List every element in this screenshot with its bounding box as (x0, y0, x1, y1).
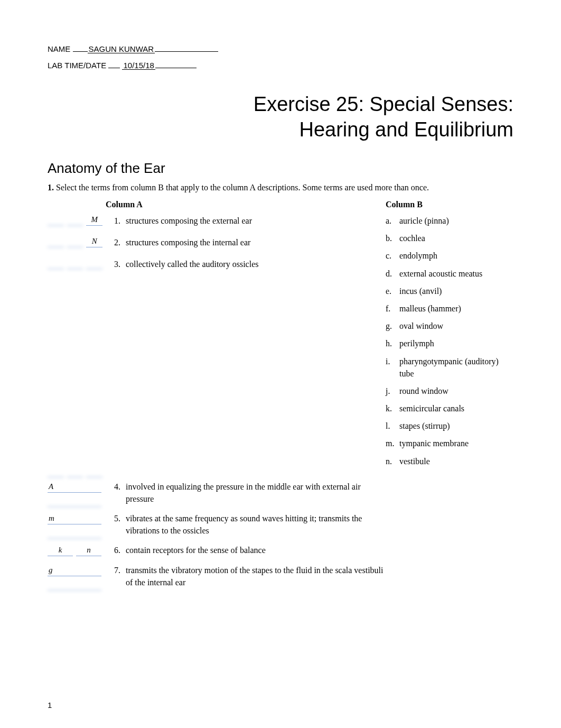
date-underline-post (155, 59, 197, 68)
list-item: g.oval window (386, 320, 513, 332)
answer-slots (48, 466, 106, 477)
list-item: h.perilymph (386, 337, 513, 349)
list-item: l.stapes (stirrup) (386, 420, 513, 432)
column-b-list: a.auricle (pinna) b.cochlea c.endolymph … (386, 215, 513, 477)
question-row: A 4. involved in equalizing the pressure… (48, 481, 513, 512)
list-item: j.round window (386, 385, 513, 397)
question-text: transmits the vibratory motion of the st… (126, 564, 386, 588)
list-item: b.cochlea (386, 232, 513, 244)
question-number: 3. (106, 258, 126, 270)
question-number: 2. (106, 236, 126, 248)
date-underline-pre (108, 59, 120, 68)
answer-slot[interactable] (67, 258, 83, 269)
list-item: k.semicircular canals (386, 402, 513, 414)
date-label: LAB TIME/DATE (48, 61, 106, 70)
answer-slot[interactable] (48, 579, 101, 591)
answer-slot[interactable]: n (76, 545, 101, 556)
answer-slot[interactable]: M (86, 215, 102, 226)
question-row: m 5. vibrates at the same frequency as s… (48, 512, 513, 544)
question-text: vibrates at the same frequency as sound … (126, 512, 386, 537)
list-item: d.external acoustic meatus (386, 268, 513, 280)
question-text: involved in equalizing the pressure in t… (126, 481, 386, 505)
question-row: g 7. transmits the vibratory motion of t… (48, 564, 513, 596)
answer-slots: M (48, 215, 106, 226)
date-line: LAB TIME/DATE 10/15/18 (48, 59, 513, 70)
answer-slot[interactable]: m (48, 513, 101, 524)
answer-slot[interactable] (48, 528, 101, 539)
question-text: collectively called the auditory ossicle… (126, 258, 386, 270)
column-a-header: Column A (106, 200, 386, 209)
question-row: M 1. structures composing the external e… (48, 215, 386, 232)
question-number: 7. (106, 564, 126, 588)
answer-slots (48, 258, 106, 269)
title-line-1: Exercise 25: Special Senses: (254, 93, 513, 115)
list-item: c.endolymph (386, 250, 513, 262)
question-row: N 2. structures composing the internal e… (48, 236, 386, 254)
answer-slot[interactable] (48, 236, 64, 247)
name-underline-pre (73, 42, 88, 52)
answer-slot[interactable] (67, 236, 83, 247)
answer-slot[interactable] (48, 496, 101, 507)
answer-slot[interactable] (48, 466, 64, 477)
column-b-header: Column B (386, 200, 512, 209)
list-item: a.auricle (pinna) (386, 215, 513, 227)
question-row: k n 6. contain receptors for the sense o… (48, 544, 513, 564)
question-row: 3. collectively called the auditory ossi… (48, 258, 386, 275)
date-value: 10/15/18 (122, 61, 155, 70)
answer-slots: N (48, 236, 106, 247)
instruction-text: Select the terms from column B that appl… (56, 183, 429, 192)
question-number: 1. (106, 215, 126, 227)
question-text: contain receptors for the sense of balan… (126, 544, 386, 556)
list-item: i.pharyngotympanic (auditory) tube (386, 355, 513, 380)
answer-slot[interactable] (48, 258, 64, 269)
question-row (48, 466, 386, 477)
answer-slot[interactable]: N (86, 236, 102, 247)
answer-slot[interactable] (67, 215, 83, 226)
answer-slot[interactable] (86, 258, 102, 269)
page-number: 1 (48, 701, 52, 709)
answer-slot[interactable]: A (48, 482, 101, 493)
list-item: e.incus (anvil) (386, 285, 513, 297)
name-label: NAME (48, 44, 70, 53)
list-item: f.malleus (hammer) (386, 302, 513, 315)
question-number: 5. (106, 512, 126, 537)
answer-slot[interactable] (48, 215, 64, 226)
list-item: n.vestibule (386, 455, 513, 467)
answer-slot[interactable] (86, 466, 102, 477)
list-item: m.tympanic membrane (386, 437, 513, 449)
question-text: structures composing the external ear (126, 215, 386, 227)
name-line: NAME SAGUN KUNWAR (48, 42, 513, 53)
page-title: Exercise 25: Special Senses: Hearing and… (48, 92, 513, 142)
question-number: 6. (106, 544, 126, 556)
answer-slot[interactable]: k (48, 545, 73, 556)
section-title: Anatomy of the Ear (48, 160, 513, 177)
name-underline-post (155, 42, 218, 52)
instruction-number: 1. (48, 183, 54, 192)
answer-slot[interactable] (67, 466, 83, 477)
instruction: 1. Select the terms from column B that a… (48, 183, 513, 192)
title-line-2: Hearing and Equilibrium (299, 118, 513, 141)
name-value: SAGUN KUNWAR (88, 44, 155, 54)
columns-header: Column A Column B (48, 200, 513, 209)
question-number: 4. (106, 481, 126, 505)
question-text: structures composing the internal ear (126, 236, 386, 248)
answer-slot[interactable]: g (48, 565, 101, 576)
